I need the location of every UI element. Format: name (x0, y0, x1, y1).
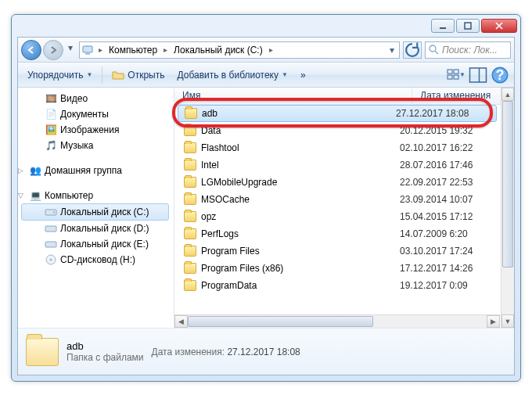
file-date: 28.07.2016 17:46 (400, 160, 500, 171)
tree-documents[interactable]: 📄Документы (21, 106, 174, 122)
folder-icon (184, 177, 196, 188)
table-row[interactable]: Data20.12.2015 19:32 (174, 122, 500, 139)
file-name: LGMobileUpgrade (201, 177, 400, 188)
table-row[interactable]: Flashtool02.10.2017 16:22 (174, 139, 500, 156)
file-date: 22.09.2017 22:53 (400, 177, 500, 188)
scroll-left-button[interactable]: ◀ (174, 315, 188, 328)
table-row[interactable]: adb27.12.2017 18:08 (178, 105, 497, 122)
table-row[interactable]: Program Files (x86)17.12.2017 14:26 (174, 260, 500, 277)
refresh-button[interactable] (403, 41, 422, 59)
table-row[interactable]: MSOCache23.09.2014 10:07 (174, 191, 500, 208)
file-name: adb (202, 108, 396, 119)
maximize-button[interactable] (456, 19, 480, 33)
folder-icon (185, 108, 197, 119)
toolbar-overflow[interactable]: » (296, 68, 311, 82)
expand-icon[interactable]: ▷ (18, 167, 24, 174)
history-dropdown[interactable]: ▾ (65, 40, 76, 56)
open-button[interactable]: Открыть (107, 67, 169, 83)
file-list: Имя Дата изменения adb27.12.2017 18:08Da… (174, 88, 514, 328)
breadcrumb-disk-c[interactable]: Локальный диск (C:) (172, 45, 264, 56)
scroll-up-button[interactable]: ▲ (501, 88, 514, 101)
folder-icon (26, 338, 59, 366)
preview-pane-button[interactable] (469, 66, 487, 84)
column-date[interactable]: Дата изменения (412, 88, 514, 104)
file-name: Data (201, 125, 400, 136)
table-row[interactable]: LGMobileUpgrade22.09.2017 22:53 (174, 174, 500, 191)
chevron-right-icon[interactable]: ▸ (162, 45, 169, 54)
tree-cd-drive[interactable]: CD-дисковод (H:) (21, 252, 174, 268)
tree-disk-d[interactable]: Локальный диск (D:) (21, 221, 174, 236)
tree-video[interactable]: 🎞️Видео (21, 91, 174, 106)
tree-homegroup[interactable]: ▷👥Домашняя группа (21, 163, 174, 178)
toolbar: Упорядочить▼ Открыть Добавить в библиоте… (18, 63, 514, 88)
folder-icon (184, 142, 196, 153)
horizontal-scroll-thumb[interactable] (188, 316, 373, 327)
images-icon: 🖼️ (45, 124, 57, 136)
tree-computer[interactable]: ▽💻Компьютер (21, 188, 174, 203)
tree-images[interactable]: 🖼️Изображения (21, 122, 174, 138)
chevron-right-icon[interactable]: ▸ (268, 45, 275, 54)
folder-icon (184, 194, 196, 205)
file-name: opz (201, 211, 400, 222)
tree-music[interactable]: 🎵Музыка (21, 138, 174, 153)
file-date: 20.12.2015 19:32 (400, 125, 500, 136)
folder-icon (184, 280, 196, 291)
folder-icon (184, 263, 196, 274)
folder-icon (184, 246, 196, 257)
documents-icon: 📄 (45, 108, 57, 120)
table-row[interactable]: Program Files03.10.2017 17:24 (174, 242, 500, 260)
table-row[interactable]: Intel28.07.2016 17:46 (174, 156, 500, 174)
search-input[interactable]: Поиск: Лок... (425, 41, 511, 59)
breadcrumb-computer[interactable]: Компьютер (107, 45, 159, 56)
horizontal-scrollbar[interactable]: ◀ ▶ (174, 314, 500, 328)
navigation-tree[interactable]: 🎞️Видео 📄Документы 🖼️Изображения 🎵Музыка… (18, 88, 174, 328)
file-date: 15.04.2015 17:12 (400, 211, 500, 222)
back-button[interactable] (21, 40, 41, 60)
details-type: Папка с файлами (66, 352, 144, 363)
svg-rect-4 (83, 46, 92, 52)
close-button[interactable] (481, 19, 517, 33)
column-name[interactable]: Имя (174, 88, 412, 104)
video-icon: 🎞️ (45, 92, 57, 105)
details-date-label: Дата изменения: (152, 347, 225, 357)
add-to-library-menu[interactable]: Добавить в библиотеку▼ (172, 68, 292, 82)
svg-line-7 (435, 51, 438, 54)
help-button[interactable]: ? (491, 66, 509, 84)
folder-open-icon (112, 69, 124, 81)
search-placeholder: Поиск: Лок... (442, 45, 498, 56)
view-menu[interactable]: ▼ (447, 66, 466, 84)
svg-point-17 (53, 212, 55, 214)
folder-icon (184, 125, 196, 136)
folder-icon (184, 160, 196, 171)
svg-rect-5 (85, 53, 90, 55)
folder-icon (184, 228, 196, 239)
file-date: 23.09.2014 10:07 (400, 194, 500, 205)
collapse-icon[interactable]: ▽ (18, 192, 24, 199)
table-row[interactable]: PerfLogs14.07.2009 6:20 (174, 225, 500, 242)
svg-rect-12 (470, 68, 487, 82)
details-date-value: 27.12.2017 18:08 (227, 347, 300, 357)
address-dropdown[interactable]: ▾ (386, 42, 397, 58)
address-bar[interactable]: ▸ Компьютер ▸ Локальный диск (C:) ▸ ▾ (79, 41, 400, 59)
folder-icon (184, 211, 196, 222)
column-headers: Имя Дата изменения (174, 88, 514, 105)
vertical-scroll-thumb[interactable] (502, 101, 513, 268)
file-name: ProgramData (201, 280, 400, 291)
tree-disk-e[interactable]: Локальный диск (E:) (21, 236, 174, 252)
file-date: 27.12.2017 18:08 (396, 108, 496, 119)
minimize-button[interactable] (431, 19, 455, 33)
organize-menu[interactable]: Упорядочить▼ (23, 68, 97, 82)
file-name: Flashtool (201, 142, 400, 153)
table-row[interactable]: ProgramData19.12.2017 0:09 (174, 277, 500, 294)
svg-rect-19 (45, 242, 56, 247)
forward-button[interactable] (43, 40, 63, 60)
chevron-right-icon[interactable]: ▸ (97, 45, 104, 54)
file-name: Program Files (x86) (201, 263, 400, 274)
vertical-scrollbar[interactable]: ▲ ▼ (501, 88, 514, 328)
table-row[interactable]: opz15.04.2015 17:12 (174, 208, 500, 225)
music-icon: 🎵 (45, 139, 57, 152)
file-date: 19.12.2017 0:09 (400, 280, 500, 291)
scroll-right-button[interactable]: ▶ (487, 315, 500, 328)
tree-disk-c[interactable]: Локальный диск (C:) (21, 203, 169, 221)
scroll-down-button[interactable]: ▼ (501, 314, 514, 328)
